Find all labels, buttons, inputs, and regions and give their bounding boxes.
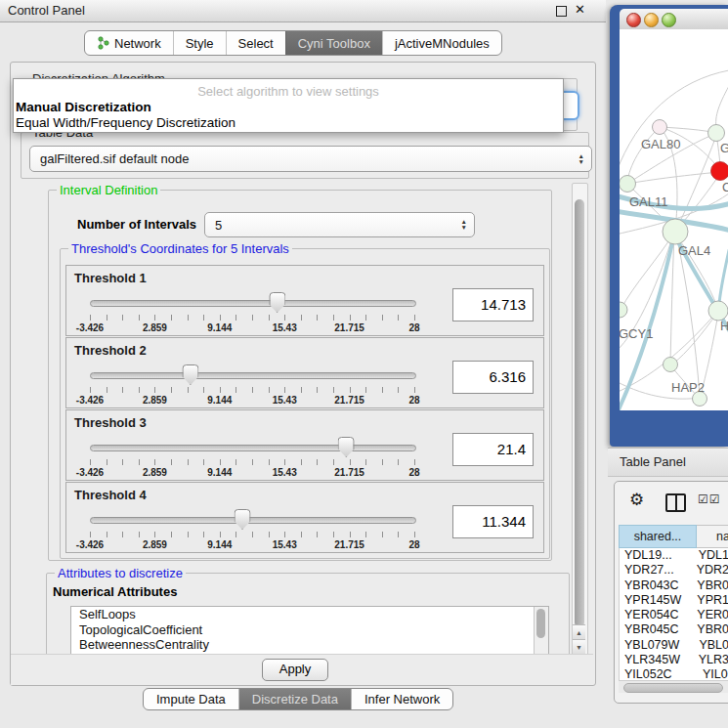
tab-discretize-data[interactable]: Discretize Data <box>238 689 351 709</box>
table-rows: YDL19... YDL1 YDR27... YDR2 YBR043C YBR0… <box>619 548 728 680</box>
tick-label: 21.715 <box>334 322 364 333</box>
float-icon[interactable] <box>556 6 567 17</box>
apply-row: Apply <box>11 654 593 685</box>
threshold-slider: -3.4262.8599.14415.4321.71528 <box>90 510 414 551</box>
slider-track[interactable] <box>90 300 416 307</box>
threshold-slider: -3.4262.8599.14415.4321.71528 <box>90 293 414 334</box>
close-button[interactable] <box>626 13 641 27</box>
tick-label: 2.859 <box>143 322 167 333</box>
slider-thumb[interactable] <box>235 509 251 530</box>
table-header-row: shared... na <box>619 525 728 548</box>
node-ga[interactable] <box>708 125 725 142</box>
node-label: H <box>720 319 728 333</box>
threshold-label: Threshold 3 <box>74 415 147 430</box>
list-scrollbar[interactable] <box>534 607 548 654</box>
slider-track[interactable] <box>90 517 416 524</box>
scroll-down-button[interactable]: ▼ <box>573 639 585 655</box>
node-gal80[interactable] <box>653 120 667 135</box>
slider-scale-labels: -3.4262.8599.14415.4321.71528 <box>90 467 414 479</box>
network-canvas[interactable]: GAL80 GA C GAL11 GAL4 GCY1 H HAP2 <box>620 29 728 410</box>
table-row[interactable]: YBR045C YBR0 <box>620 622 728 637</box>
table-row[interactable]: YIL052C YIL0 <box>620 667 728 680</box>
tick-label: 15.43 <box>273 539 297 550</box>
threshold-value-field[interactable]: 6.316 <box>452 361 534 394</box>
tab-cyni-toolbox[interactable]: Cyni Toolbox <box>285 31 382 55</box>
network-graph: GAL80 GA C GAL11 GAL4 GCY1 H HAP2 <box>620 29 728 410</box>
tab-label: Select <box>238 36 274 51</box>
table-row[interactable]: YPR145W YPR1 <box>620 593 728 608</box>
column-select-icon[interactable]: ☑☑ <box>698 492 721 506</box>
scroll-up-button[interactable]: ▲ <box>573 624 585 640</box>
threshold-slider: -3.4262.8599.14415.4321.71528 <box>90 438 414 479</box>
table-row[interactable]: YDL19... YDL1 <box>620 548 728 563</box>
cell-shared-name: YIL052C <box>620 667 699 680</box>
dropdown-option-equal-width-frequency[interactable]: Equal Width/Frequency Discretization <box>16 115 236 130</box>
tab-style[interactable]: Style <box>173 31 226 55</box>
table-row[interactable]: YLR345W YLR3 <box>620 653 728 667</box>
tick-label: 21.715 <box>334 539 364 550</box>
attribute-list-item[interactable]: TopologicalCoefficient <box>71 622 548 638</box>
tick-label: 28 <box>408 395 419 406</box>
table-row[interactable]: YBL079W YBL0 <box>620 638 728 653</box>
slider-thumb[interactable] <box>182 364 198 385</box>
slider-thumb[interactable] <box>269 292 285 313</box>
slider-ticks <box>90 459 415 465</box>
tab-impute-data[interactable]: Impute Data <box>144 689 238 709</box>
cell-name: YPR1 <box>693 593 728 608</box>
attribute-list-item[interactable]: BetweennessCentrality <box>71 637 548 653</box>
node-hap2[interactable] <box>664 358 678 372</box>
cell-shared-name: YLR345W <box>620 653 695 667</box>
top-tab-bar: Network Style Select Cyni Toolbox jActiv… <box>84 30 502 56</box>
tab-network[interactable]: Network <box>85 31 173 55</box>
slider-track[interactable] <box>90 445 416 451</box>
table-hscrollbar-thumb[interactable] <box>623 683 723 693</box>
table-row[interactable]: YER054C YER0 <box>620 608 728 622</box>
tab-label: Infer Network <box>364 692 440 707</box>
node-gal4[interactable] <box>663 219 688 244</box>
threshold-value-field[interactable]: 11.344 <box>452 505 534 538</box>
num-intervals-value: 5 <box>215 218 222 233</box>
split-view-icon[interactable] <box>665 493 686 512</box>
node-gcy1[interactable] <box>620 302 627 318</box>
main-scrollbar-thumb[interactable] <box>575 199 584 627</box>
main-scrollbar[interactable]: ▲ ▼ <box>572 183 588 656</box>
node-h[interactable] <box>708 301 728 321</box>
column-header-shared-name[interactable]: shared... <box>619 525 697 548</box>
table-hscrollbar[interactable] <box>619 680 728 693</box>
threshold-label: Threshold 4 <box>74 488 147 502</box>
threshold-1-panel: Threshold 1 -3.4262.8599.14415.4321.7152… <box>65 265 544 336</box>
network-window-titlebar <box>620 9 728 30</box>
column-header-name[interactable]: na <box>697 525 728 548</box>
close-icon[interactable]: ✕ <box>575 2 585 17</box>
node-selected-red[interactable] <box>711 162 728 181</box>
control-panel-titlebar: Control Panel ✕ <box>0 0 606 22</box>
network-icon <box>97 36 109 50</box>
table-row[interactable]: YDR27... YDR2 <box>620 563 728 578</box>
table-data-combobox[interactable]: galFiltered.sif default node ▲▼ <box>29 146 592 172</box>
slider-thumb[interactable] <box>338 437 355 457</box>
dropdown-option-manual-discretization[interactable]: Manual Discretization <box>16 100 151 114</box>
tab-select[interactable]: Select <box>226 31 285 55</box>
attribute-list-item[interactable]: SelfLoops <box>71 607 548 622</box>
apply-button[interactable]: Apply <box>262 659 328 681</box>
tab-infer-network[interactable]: Infer Network <box>351 689 452 709</box>
network-view-window: GAL80 GA C GAL11 GAL4 GCY1 H HAP2 <box>610 5 728 447</box>
tick-label: -3.426 <box>76 539 104 550</box>
minimize-button[interactable] <box>644 13 659 27</box>
num-intervals-combobox[interactable]: 5 ▲▼ <box>204 212 475 237</box>
numerical-attributes-label: Numerical Attributes <box>53 584 177 599</box>
node-label: GCY1 <box>620 326 653 341</box>
zoom-button[interactable] <box>662 13 676 27</box>
node-label: HAP2 <box>671 380 705 395</box>
threshold-value-field[interactable]: 14.713 <box>452 288 534 321</box>
table-row[interactable]: YBR043C YBR0 <box>620 578 728 593</box>
bottom-tab-bar: Impute Data Discretize Data Infer Networ… <box>143 688 453 710</box>
list-scrollbar-thumb[interactable] <box>536 609 545 638</box>
slider-scale-labels: -3.4262.8599.14415.4321.71528 <box>90 395 414 407</box>
tab-label: jActiveMNodules <box>395 36 490 51</box>
slider-track[interactable] <box>90 372 416 379</box>
threshold-value-field[interactable]: 21.4 <box>452 433 534 466</box>
tab-jactivemnodules[interactable]: jActiveMNodules <box>382 31 501 55</box>
node-gal11[interactable] <box>620 176 636 193</box>
gear-icon[interactable]: ⚙ <box>629 490 644 509</box>
